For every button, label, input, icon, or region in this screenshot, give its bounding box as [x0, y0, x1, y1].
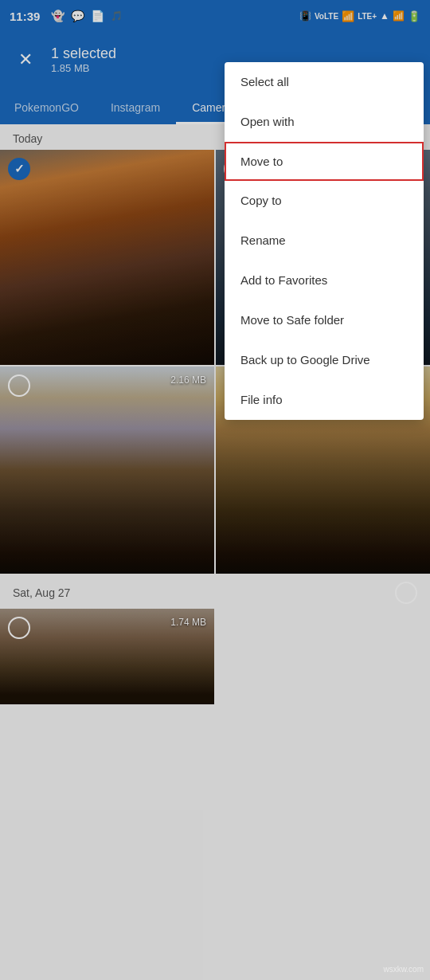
menu-item-rename[interactable]: Rename: [225, 221, 424, 261]
menu-item-copy-to[interactable]: Copy to: [225, 181, 424, 221]
dropdown-menu: Select all Open with Move to Copy to Ren…: [225, 62, 424, 420]
menu-item-select-all[interactable]: Select all: [225, 62, 424, 102]
menu-item-backup-drive[interactable]: Back up to Google Drive: [225, 340, 424, 380]
menu-item-file-info[interactable]: File info: [225, 380, 424, 420]
menu-item-open-with[interactable]: Open with: [225, 102, 424, 142]
watermark: wsxkw.com: [383, 965, 424, 974]
menu-item-move-to[interactable]: Move to: [225, 142, 424, 181]
menu-item-add-to-favorites[interactable]: Add to Favorites: [225, 261, 424, 300]
menu-item-move-to-safe[interactable]: Move to Safe folder: [225, 300, 424, 340]
